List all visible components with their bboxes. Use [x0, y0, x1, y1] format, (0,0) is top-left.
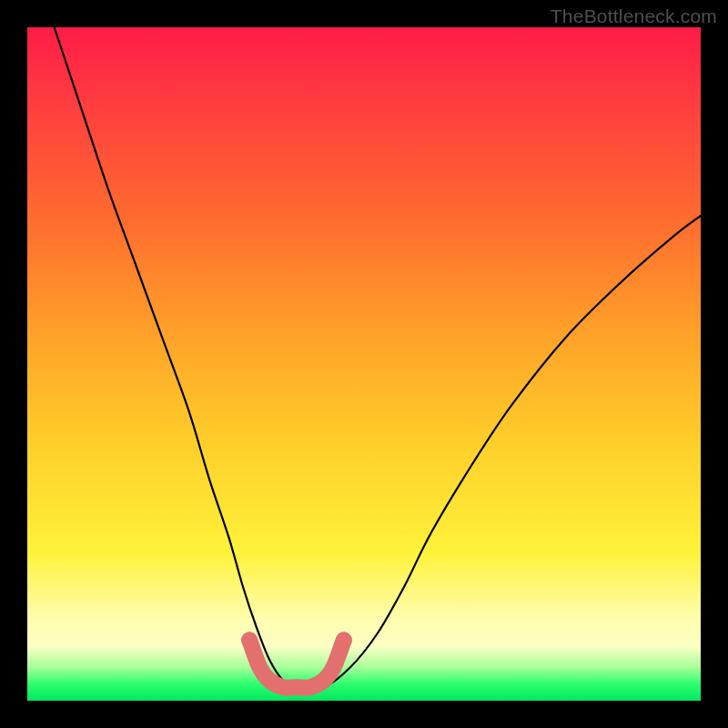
- plot-area: [27, 27, 701, 701]
- trough-marker-end: [336, 632, 352, 648]
- chart-frame: TheBottleneck.com: [0, 0, 728, 728]
- curve-layer: [27, 27, 701, 701]
- watermark-text: TheBottleneck.com: [551, 5, 717, 27]
- trough-marker-end: [241, 632, 258, 648]
- bottleneck-curve: [55, 27, 701, 689]
